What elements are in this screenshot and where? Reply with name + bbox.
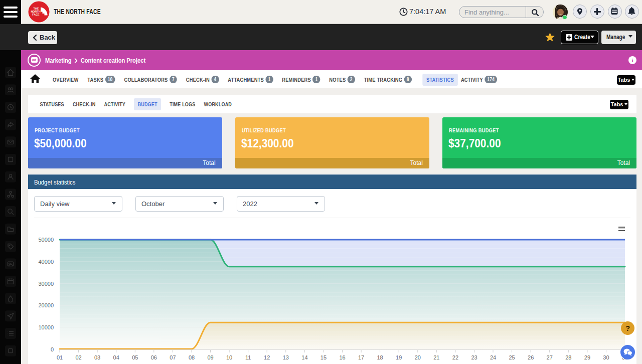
svg-text:03: 03 — [94, 354, 100, 360]
svg-text:02: 02 — [75, 354, 81, 360]
svg-text:12: 12 — [264, 354, 270, 360]
svg-text:50000: 50000 — [38, 237, 54, 243]
svg-text:04: 04 — [113, 354, 119, 360]
svg-text:15: 15 — [320, 354, 327, 360]
svg-text:10000: 10000 — [38, 324, 54, 330]
svg-text:27: 27 — [547, 354, 553, 360]
svg-text:18: 18 — [377, 354, 383, 360]
svg-text:06: 06 — [151, 354, 157, 360]
svg-text:05: 05 — [132, 354, 138, 360]
svg-text:09: 09 — [207, 354, 213, 360]
svg-text:07: 07 — [170, 354, 176, 360]
svg-text:16: 16 — [339, 354, 345, 360]
svg-text:30000: 30000 — [38, 281, 54, 287]
svg-text:23: 23 — [471, 354, 477, 360]
svg-text:FACE: FACE — [32, 13, 40, 16]
svg-text:29: 29 — [584, 354, 590, 360]
svg-text:24: 24 — [490, 354, 496, 360]
svg-text:30: 30 — [603, 354, 609, 360]
svg-text:40000: 40000 — [38, 259, 54, 265]
svg-text:21: 21 — [433, 354, 439, 360]
svg-text:25: 25 — [509, 354, 515, 360]
svg-text:08: 08 — [189, 354, 195, 360]
svg-text:13: 13 — [283, 354, 289, 360]
svg-text:20: 20 — [415, 354, 421, 360]
svg-text:17: 17 — [358, 354, 364, 360]
svg-text:19: 19 — [396, 354, 402, 360]
svg-text:01: 01 — [57, 354, 63, 360]
svg-text:14: 14 — [301, 354, 307, 360]
svg-text:20000: 20000 — [38, 302, 54, 308]
svg-text:0: 0 — [51, 346, 54, 352]
svg-text:28: 28 — [565, 354, 571, 360]
svg-text:10: 10 — [226, 354, 232, 360]
svg-text:11: 11 — [245, 354, 251, 360]
svg-text:26: 26 — [528, 354, 534, 360]
svg-text:22: 22 — [452, 354, 458, 360]
